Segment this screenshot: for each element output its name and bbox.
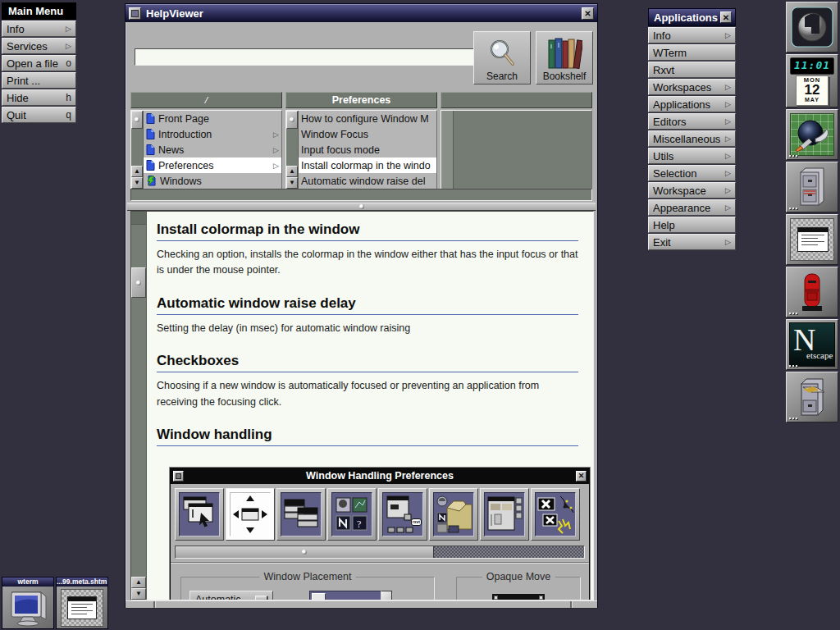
menu-item-info[interactable]: Info ▷ [2,21,76,37]
menu-item-open-a-file[interactable]: Open a file o [2,55,76,71]
browser-column-preferences: Preferences ▲ ▼ How to configure Window … [285,92,437,189]
paint-config-icon [790,113,834,156]
list-item-preferences-selected[interactable]: Preferences ▷ [144,158,281,173]
apps-item-exit[interactable]: Exit▷ [648,234,736,250]
applications-menu-titlebar[interactable]: Applications ✕ [648,8,736,26]
dock-tile-clock[interactable]: 11:01 MON 12 MAY [786,54,838,107]
document-icon [146,113,155,124]
scroll-down-button[interactable]: ▼ [286,177,298,189]
resize-notch [153,601,156,608]
window-maker-icon [791,7,833,48]
scrollbar-knob[interactable] [286,111,298,129]
dock-tile-text-editor[interactable] [786,214,838,265]
dock-tile-mailbox[interactable] [786,267,838,317]
apps-item-applications[interactable]: Applications▷ [648,96,736,112]
browser-horizontal-scrollbar[interactable] [130,189,592,201]
helpviewer-window: HelpViewer ✕ Search [125,3,598,608]
scroll-up-button[interactable]: ▲ [286,166,298,177]
list-item-automatic-window-raise[interactable]: Automatic window raise del [299,173,436,189]
window-resize-bar[interactable] [126,600,597,609]
scrollbar-knob[interactable] [131,111,143,129]
apps-item-appearance[interactable]: Appearance▷ [648,199,736,216]
column-scrollbar[interactable] [441,111,454,189]
list-item-input-focus-mode[interactable]: Input focus mode [299,142,436,158]
dock-tile-file-manager[interactable] [786,372,838,422]
apps-item-utils[interactable]: Utils▷ [648,148,736,164]
main-menu-titlebar[interactable]: Main Menu [2,2,76,20]
search-button[interactable]: Search [473,31,531,84]
svg-text:?: ? [357,518,361,530]
list-item-window-focus[interactable]: Window Focus [299,126,436,142]
apps-item-workspaces[interactable]: Workspaces▷ [648,79,736,95]
close-button[interactable]: ✕ [582,7,594,20]
submenu-arrow-icon: ▷ [66,25,71,33]
bookshelf-button[interactable]: Bookshelf [536,31,593,84]
miniwindow-title: ...99.meta.shtml [57,578,107,587]
submenu-arrow-icon: ▷ [725,186,731,194]
placement-popup: Automatic [189,591,273,600]
calendar: MON 12 MAY [796,75,829,106]
resize-notch [570,601,573,608]
list-item-introduction[interactable]: Introduction ▷ [144,126,281,142]
menu-item-hide[interactable]: Hide h [2,89,76,106]
column-scrollbar[interactable]: ▲ ▼ [286,111,299,189]
miniwindow-shtml-document[interactable]: ...99.meta.shtml [56,577,108,629]
dock-tile-netscape[interactable]: N etscape [786,319,838,370]
list-item-news[interactable]: News ▷ [144,142,281,158]
submenu-arrow-icon: ▷ [273,146,279,154]
main-menu-title: Main Menu [8,5,63,17]
content-scrollbar[interactable]: ▲ ▼ [131,212,147,600]
submenu-arrow-icon: ▷ [273,162,279,170]
scroll-up-button[interactable]: ▲ [131,577,146,588]
placement-preview [309,591,381,600]
apps-item-miscellaneous[interactable]: Miscellaneous▷ [648,130,736,147]
menu-item-print[interactable]: Print ... [2,72,76,89]
dock-tile-file-cabinet[interactable] [786,162,838,212]
miniwindow-title: wterm [2,578,53,587]
column-scrollbar[interactable]: ▲ ▼ [131,111,144,189]
menu-item-services[interactable]: Services ▷ [2,38,76,54]
submenu-arrow-icon: ▷ [725,169,731,177]
dock-tile-window-maker[interactable] [786,2,838,52]
netscape-label: etscape [806,350,833,360]
window-placement-icon [226,488,275,541]
scroll-down-button[interactable]: ▼ [131,588,146,600]
section-body: Checking an option, installs the colorma… [157,247,578,279]
column-list: How to configure Window M Window Focus I… [299,111,436,189]
apps-item-editors[interactable]: Editors▷ [648,113,736,130]
netscape-icon: N etscape [789,322,835,367]
column-list: Front Page Introduction ▷ News ▷ [144,111,281,189]
link-document-icon [146,176,157,186]
splitter-dimple-icon [359,204,364,209]
group-label: Opaque Move [482,571,555,582]
column-header [441,92,592,108]
dock-tile-paint-config[interactable] [786,109,838,160]
miniaturize-button[interactable] [129,7,141,20]
scroll-down-button[interactable]: ▼ [131,177,143,189]
miniaturize-icon [131,10,139,17]
list-item-how-to-configure[interactable]: How to configure Window M [299,111,436,126]
search-input[interactable] [135,48,474,66]
main-menu: Main Menu Info ▷ Services ▷ Open a file … [2,2,76,124]
scroll-up-button[interactable]: ▲ [131,166,143,177]
scrollbar-knob[interactable] [131,267,146,298]
menu-close-button[interactable]: ✕ [720,11,732,23]
screenshot-groups: Window Placement Automatic Opaque [171,565,589,600]
list-item-front-page[interactable]: Front Page [144,111,281,126]
list-item-windows[interactable]: Windows [144,173,281,189]
apps-item-help[interactable]: Help [648,217,736,233]
apps-item-workspace[interactable]: Workspace▷ [648,182,736,199]
application-icons-icon: ? [327,488,377,541]
apps-item-info[interactable]: Info▷ [648,27,736,43]
list-item-install-colormap-selected[interactable]: Install colormap in the windo [299,158,436,173]
apps-item-selection[interactable]: Selection▷ [648,165,736,181]
running-indicator [789,208,797,209]
apps-item-wterm[interactable]: WTerm [648,44,736,61]
document-icon [146,160,155,171]
pane-splitter[interactable] [127,203,596,211]
helpviewer-titlebar[interactable]: HelpViewer ✕ [126,4,597,22]
apps-item-rxvt[interactable]: Rxvt [648,62,736,78]
screenshot-toolbar: ? rxvt [171,484,589,544]
miniwindow-wterm[interactable]: wterm [2,577,54,629]
menu-item-quit[interactable]: Quit q [2,107,76,123]
